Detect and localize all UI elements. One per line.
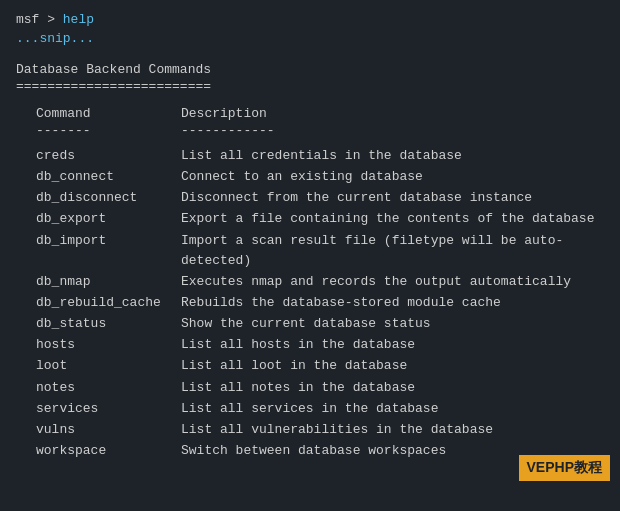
prompt-msf: msf > — [16, 12, 63, 27]
table-row: vulnsList all vulnerabilities in the dat… — [16, 420, 604, 440]
cmd-desc: List all credentials in the database — [181, 146, 604, 166]
table-row: db_connectConnect to an existing databas… — [16, 167, 604, 187]
cmd-desc: List all vulnerabilities in the database — [181, 420, 604, 440]
terminal-window: msf > help ...snip... Database Backend C… — [0, 0, 620, 511]
cmd-name: db_rebuild_cache — [36, 293, 181, 313]
cmd-desc: Export a file containing the contents of… — [181, 209, 604, 229]
cmd-desc: Connect to an existing database — [181, 167, 604, 187]
table-row: db_nmapExecutes nmap and records the out… — [16, 272, 604, 292]
table-row: db_importImport a scan result file (file… — [16, 231, 604, 271]
table-row: lootList all loot in the database — [16, 356, 604, 376]
table-row: notesList all notes in the database — [16, 378, 604, 398]
snip-line: ...snip... — [16, 31, 604, 46]
cmd-desc: List all hosts in the database — [181, 335, 604, 355]
header-description: Description — [181, 106, 604, 121]
table-header: Command Description — [16, 106, 604, 121]
prompt-line: msf > help — [16, 12, 604, 27]
table-row: db_exportExport a file containing the co… — [16, 209, 604, 229]
header-command: Command — [36, 106, 181, 121]
table-row: db_statusShow the current database statu… — [16, 314, 604, 334]
cmd-name: db_connect — [36, 167, 181, 187]
cmd-name: services — [36, 399, 181, 419]
cmd-name: db_disconnect — [36, 188, 181, 208]
divider-description: ------------ — [181, 123, 604, 138]
table-row: servicesList all services in the databas… — [16, 399, 604, 419]
cmd-name: db_export — [36, 209, 181, 229]
section-underline: ========================= — [16, 79, 604, 94]
table-header-divider: ------- ------------ — [16, 123, 604, 138]
cmd-name: creds — [36, 146, 181, 166]
cmd-name: notes — [36, 378, 181, 398]
watermark: VEPHP教程 — [519, 455, 610, 481]
table-row: credsList all credentials in the databas… — [16, 146, 604, 166]
cmd-name: db_import — [36, 231, 181, 271]
cmd-desc: Executes nmap and records the output aut… — [181, 272, 604, 292]
table-row: workspaceSwitch between database workspa… — [16, 441, 604, 461]
cmd-name: loot — [36, 356, 181, 376]
cmd-desc: Disconnect from the current database ins… — [181, 188, 604, 208]
cmd-desc: List all notes in the database — [181, 378, 604, 398]
cmd-desc: Import a scan result file (filetype will… — [181, 231, 604, 271]
table-rows: credsList all credentials in the databas… — [16, 146, 604, 461]
cmd-name: db_status — [36, 314, 181, 334]
cmd-name: workspace — [36, 441, 181, 461]
cmd-name: db_nmap — [36, 272, 181, 292]
cmd-desc: List all services in the database — [181, 399, 604, 419]
divider-command: ------- — [36, 123, 181, 138]
table-row: db_rebuild_cacheRebuilds the database-st… — [16, 293, 604, 313]
cmd-desc: Show the current database status — [181, 314, 604, 334]
cmd-desc: Rebuilds the database-stored module cach… — [181, 293, 604, 313]
cmd-desc: List all loot in the database — [181, 356, 604, 376]
section-title: Database Backend Commands — [16, 62, 604, 77]
table-row: db_disconnectDisconnect from the current… — [16, 188, 604, 208]
cmd-name: hosts — [36, 335, 181, 355]
table-row: hostsList all hosts in the database — [16, 335, 604, 355]
prompt-command: help — [63, 12, 94, 27]
cmd-name: vulns — [36, 420, 181, 440]
